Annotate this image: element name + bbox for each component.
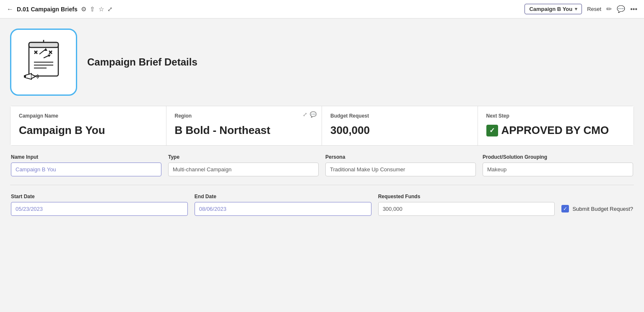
- region-value: B Bold - Northeast: [175, 124, 314, 137]
- product-grouping-field[interactable]: [483, 163, 633, 176]
- expand-icon[interactable]: ⤢: [107, 5, 113, 13]
- product-grouping-group: Product/Solution Grouping: [483, 154, 633, 176]
- requested-funds-field[interactable]: [378, 202, 555, 216]
- chat-icon[interactable]: 💬: [617, 5, 625, 13]
- top-nav: ← D.01 Campaign Briefs ⚙ ⇧ ☆ ⤢ Campaign …: [0, 0, 644, 18]
- more-icon[interactable]: •••: [630, 5, 637, 13]
- nav-left: ← D.01 Campaign Briefs ⚙ ⇧ ☆ ⤢: [7, 5, 113, 13]
- comment-icon[interactable]: 💬: [310, 111, 317, 118]
- product-grouping-label: Product/Solution Grouping: [483, 154, 633, 160]
- name-input-group: Name Input: [11, 154, 161, 176]
- expand-icon[interactable]: ⤢: [303, 111, 307, 118]
- star-icon[interactable]: ☆: [99, 5, 104, 13]
- summary-card-campaign-name: Campaign Name Campaign B You: [10, 106, 166, 145]
- persona-group: Persona: [325, 154, 476, 176]
- end-date-label: End Date: [195, 194, 371, 199]
- settings-icon[interactable]: ⚙: [81, 5, 86, 13]
- svg-rect-15: [24, 75, 26, 78]
- budget-label: Budget Request: [330, 113, 469, 119]
- campaign-dropdown[interactable]: Campaign B You ▾: [525, 4, 582, 14]
- start-date-label: Start Date: [11, 194, 188, 199]
- svg-rect-1: [29, 42, 58, 47]
- svg-marker-14: [26, 73, 31, 79]
- campaign-logo-image: [21, 39, 67, 85]
- back-button[interactable]: ←: [7, 5, 13, 13]
- form-row-2: Start Date End Date Requested Funds ✓ Su…: [10, 194, 634, 216]
- main-content: Campaign Brief Details Campaign Name Cam…: [0, 18, 644, 224]
- persona-field[interactable]: [325, 163, 476, 176]
- campaign-name-value: Campaign B You: [19, 124, 158, 137]
- approved-text: APPROVED BY CMO: [501, 124, 609, 137]
- end-date-group: End Date: [195, 194, 371, 216]
- submit-budget-checkbox[interactable]: ✓: [561, 205, 569, 212]
- section-divider: [10, 185, 634, 185]
- summary-card-next-step: Next Step ✓ APPROVED BY CMO: [478, 106, 634, 145]
- campaign-brief-title: Campaign Brief Details: [87, 56, 197, 68]
- name-input-label: Name Input: [11, 154, 161, 160]
- share-icon[interactable]: ⇧: [90, 5, 95, 13]
- campaign-dropdown-label: Campaign B You: [529, 6, 572, 12]
- header-area: Campaign Brief Details: [10, 29, 634, 96]
- next-step-label: Next Step: [486, 113, 626, 119]
- edit-icon[interactable]: ✏: [606, 5, 612, 13]
- form-row-1: Name Input Type Persona Product/Solution…: [10, 154, 634, 176]
- nav-right: Campaign B You ▾ Reset ✏ 💬 •••: [525, 4, 637, 14]
- start-date-group: Start Date: [11, 194, 188, 216]
- summary-card-budget: Budget Request 300,000: [322, 106, 478, 145]
- persona-label: Persona: [325, 154, 476, 160]
- type-group: Type: [168, 154, 319, 176]
- budget-value: 300,000: [330, 124, 469, 137]
- page-title: D.01 Campaign Briefs: [17, 6, 78, 13]
- start-date-field[interactable]: [11, 202, 188, 216]
- name-input-field[interactable]: [11, 163, 161, 176]
- requested-funds-group: Requested Funds: [378, 194, 555, 216]
- summary-card-region: ⤢ 💬 Region B Bold - Northeast: [166, 106, 322, 145]
- type-field[interactable]: [168, 163, 319, 176]
- next-step-value: ✓ APPROVED BY CMO: [486, 124, 626, 137]
- nav-icons: ⚙ ⇧ ☆ ⤢: [81, 5, 113, 13]
- campaign-name-label: Campaign Name: [19, 113, 158, 119]
- approved-check-icon: ✓: [486, 125, 498, 136]
- end-date-field[interactable]: [195, 202, 371, 216]
- type-label: Type: [168, 154, 319, 160]
- campaign-logo: [10, 29, 77, 96]
- chevron-down-icon: ▾: [575, 6, 577, 12]
- submit-budget-group: ✓ Submit Budget Request?: [561, 205, 633, 216]
- summary-cards-row: Campaign Name Campaign B You ⤢ 💬 Region …: [10, 106, 634, 146]
- requested-funds-label: Requested Funds: [378, 194, 555, 199]
- reset-button[interactable]: Reset: [587, 6, 601, 12]
- submit-budget-label: Submit Budget Request?: [572, 206, 633, 212]
- expand-icons: ⤢ 💬: [303, 111, 317, 118]
- region-label: Region: [175, 113, 314, 119]
